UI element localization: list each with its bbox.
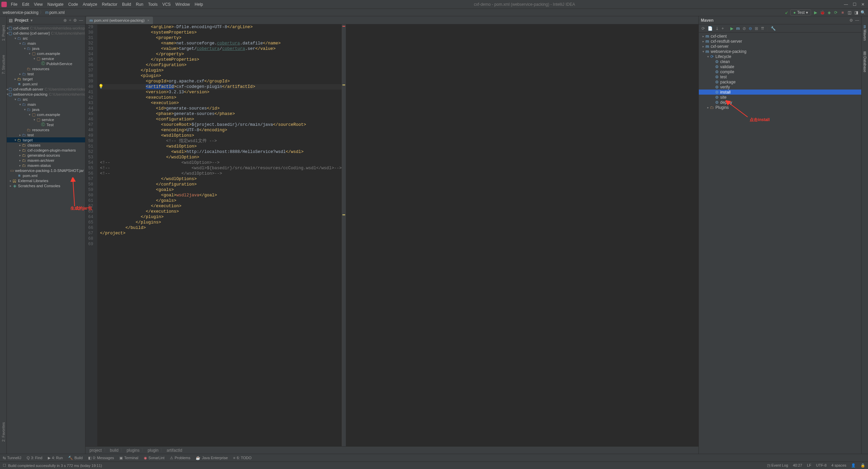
tree-item[interactable]: mpom.xml — [7, 173, 85, 178]
select-opened-file-icon[interactable]: ⊕ — [63, 18, 67, 23]
run-maven-icon[interactable]: ▶ — [730, 26, 733, 31]
collapse-all-icon[interactable]: ÷ — [69, 18, 71, 23]
search-icon[interactable]: 🔍 — [861, 10, 865, 15]
maven-item-Lifecycle[interactable]: ▾⟳Lifecycle — [699, 54, 861, 59]
maven-tree[interactable]: ▸mcxf-client▸mcxf-restfult-server▸mcxf-s… — [699, 33, 861, 454]
maximize-icon[interactable]: ☐ — [853, 2, 856, 7]
maven-item-test[interactable]: ⚙test — [699, 74, 861, 79]
project-panel-title[interactable]: Project — [15, 18, 28, 23]
maven-item-cxf-server[interactable]: ▸mcxf-server — [699, 44, 861, 49]
structure-icon[interactable]: ◫ — [847, 10, 852, 15]
breadcrumb-root[interactable]: webservice-packing — [3, 10, 38, 15]
menu-navigate[interactable]: Navigate — [45, 1, 65, 7]
tree-item[interactable]: ▸🗀maven-archiver — [7, 158, 85, 163]
show-deps-icon[interactable]: ⊞ — [755, 26, 758, 31]
tree-item[interactable]: ▸🗀test — [7, 71, 85, 76]
maven-item-validate[interactable]: ⚙validate — [699, 64, 861, 69]
maven-icon[interactable]: m — [736, 26, 740, 31]
bottom-tab-run[interactable]: ▶4: Run — [48, 456, 63, 460]
tree-item[interactable]: ▸▢cxf-restfult-serverC:\Users\mcnlshen\i… — [7, 86, 85, 92]
tab-structure[interactable]: 7: Structure — [1, 53, 6, 76]
crumb-build[interactable]: build — [110, 448, 118, 453]
bottom-tab-find[interactable]: Q3: Find — [27, 456, 42, 460]
maven-item-site[interactable]: ⚙site — [699, 95, 861, 100]
menu-file[interactable]: File — [9, 1, 19, 7]
tree-item[interactable]: 🗀resources — [7, 127, 85, 132]
maven-item-cxf-client[interactable]: ▸mcxf-client — [699, 34, 861, 39]
project-tree[interactable]: ▾▢cxf-clientC:\Users\mcnlshen\idea-works… — [7, 24, 85, 454]
tree-item[interactable]: ▸🕮External Libraries — [7, 178, 85, 183]
editor-gutter[interactable]: 2930313233343536373839💡40414243444546474… — [85, 24, 97, 446]
toggle-offline-icon[interactable]: ⊘ — [743, 26, 746, 31]
close-icon[interactable]: ✕ — [861, 2, 865, 7]
bottom-tab-todo[interactable]: ≡6: TODO — [233, 456, 252, 460]
inspections-icon[interactable]: 👤 — [851, 463, 856, 468]
tree-item[interactable]: ▾🗀java — [7, 46, 85, 51]
wrench-icon[interactable]: 🔧 — [771, 26, 776, 31]
file-encoding[interactable]: UTF-8 — [816, 463, 827, 468]
collapse-icon[interactable]: ⇈ — [761, 26, 764, 31]
tab-project[interactable]: 1: Project — [1, 23, 6, 43]
tree-item[interactable]: ▾▢com.example — [7, 112, 85, 117]
hide-icon[interactable]: — — [79, 18, 83, 23]
menu-edit[interactable]: Edit — [20, 1, 31, 7]
menu-build[interactable]: Build — [120, 1, 133, 7]
menu-run[interactable]: Run — [134, 1, 145, 7]
tree-item[interactable]: ⒸPublishService — [7, 61, 85, 66]
maven-item-cxf-restfult-server[interactable]: ▸mcxf-restfult-server — [699, 39, 861, 44]
menu-vcs[interactable]: VCS — [160, 1, 173, 7]
download-icon[interactable]: ⤓ — [715, 26, 719, 31]
hide-icon[interactable]: — — [855, 18, 859, 23]
breadcrumb-file[interactable]: pom.xml — [49, 10, 64, 15]
tree-item[interactable]: ▸🗀maven-status — [7, 163, 85, 168]
bottom-tab-javaenterprise[interactable]: ☕Java Enterprise — [196, 456, 228, 460]
maven-item-webservice-packing[interactable]: ▾mwebservice-packing — [699, 49, 861, 54]
stop-icon[interactable]: ■ — [840, 10, 845, 15]
minimize-icon[interactable]: — — [844, 2, 848, 7]
editor-marker-bar[interactable] — [342, 24, 346, 446]
tab-database[interactable]: 🗄 Database — [862, 50, 868, 74]
tree-item[interactable]: ▸◈Scratches and Consoles — [7, 183, 85, 188]
caret-position[interactable]: 40:27 — [793, 463, 802, 468]
tree-item[interactable]: ▾🗀main — [7, 41, 85, 46]
tree-item[interactable]: 🗀resources — [7, 66, 85, 71]
crumb-project[interactable]: project — [90, 448, 102, 453]
gear-icon[interactable]: ⚙ — [849, 18, 853, 23]
event-log-button[interactable]: ◳ Event Log — [767, 463, 788, 468]
bottom-tab-build[interactable]: 🔨Build — [68, 456, 82, 460]
maven-item-package[interactable]: ⚙package — [699, 79, 861, 84]
menu-view[interactable]: View — [32, 1, 45, 7]
lock-icon[interactable]: 🔒 — [861, 463, 865, 468]
tab-maven[interactable]: m Maven — [862, 23, 868, 43]
tree-item[interactable]: ▾🗀src — [7, 36, 85, 41]
maven-item-verify[interactable]: ⚙verify — [699, 84, 861, 90]
tree-item[interactable]: ▾🗀target — [7, 137, 85, 142]
editor-breadcrumb[interactable]: project 〉 build 〉 plugins 〉 plugin 〉 art… — [85, 446, 698, 454]
tree-item[interactable]: ▾▢webservice-packingC:\Users\mcnlshen\id… — [7, 92, 85, 97]
menu-analyze[interactable]: Analyze — [81, 1, 99, 7]
tree-item[interactable]: ▾▢cxf-demo [cxf-server]C:\Users\mcnlshen… — [7, 31, 85, 36]
maven-item-install[interactable]: ⚙install — [699, 90, 861, 95]
back-icon[interactable]: ↙ — [785, 10, 788, 15]
maven-item-compile[interactable]: ⚙compile — [699, 69, 861, 74]
generate-sources-icon[interactable]: 📄 — [708, 26, 713, 31]
skip-tests-icon[interactable]: ⊖ — [749, 26, 752, 31]
bottom-tab-messages[interactable]: ◧0: Messages — [88, 456, 114, 460]
bottom-tab-problems[interactable]: ⚠Problems — [170, 456, 190, 460]
editor-tab-pom[interactable]: m pom.xml (webservice-packing) × — [86, 17, 153, 24]
menu-window[interactable]: Window — [173, 1, 192, 7]
line-separator[interactable]: LF — [807, 463, 811, 468]
tree-item[interactable]: ▾▢service — [7, 56, 85, 61]
crumb-plugins[interactable]: plugins — [126, 448, 139, 453]
gear-icon[interactable]: ⚙ — [73, 18, 77, 23]
tree-item[interactable]: ▾🗀java — [7, 107, 85, 112]
maven-item-deploy[interactable]: ⚙deploy — [699, 100, 861, 105]
bottom-tab-terminal[interactable]: ▣Terminal — [119, 456, 138, 460]
menu-code[interactable]: Code — [66, 1, 80, 7]
debug-icon[interactable]: 🐞 — [820, 10, 825, 15]
crumb-plugin[interactable]: plugin — [147, 448, 158, 453]
run-config-selector[interactable]: ● Test ▾ — [790, 9, 811, 16]
maven-item-clean[interactable]: ⚙clean — [699, 59, 861, 64]
bottom-tab-tunnelij[interactable]: ⇆TunnelIJ — [3, 456, 21, 460]
add-icon[interactable]: + — [722, 26, 724, 31]
